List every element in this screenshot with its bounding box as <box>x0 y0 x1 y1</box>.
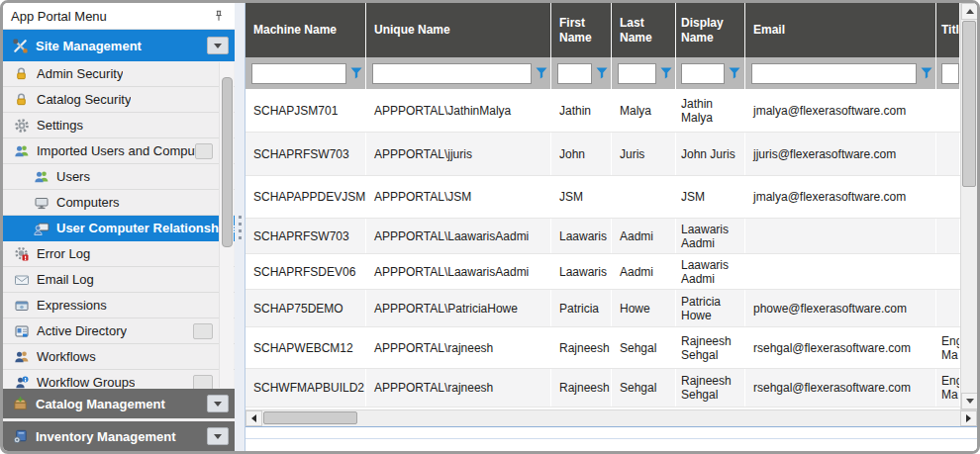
scroll-down-arrow[interactable] <box>220 374 235 388</box>
scroll-up-arrow[interactable] <box>220 62 235 76</box>
column-header-last-name[interactable]: Last Name <box>612 3 676 57</box>
group-label: Catalog Management <box>36 397 207 411</box>
cell-email: jjuris@flexerasoftware.com <box>745 133 936 175</box>
machine-name-filter-input[interactable] <box>251 63 346 84</box>
table-row[interactable]: SCHAP75DEMO APPPORTAL\PatriciaHowe Patri… <box>245 290 960 327</box>
cell-email <box>745 254 936 289</box>
column-header-display-name[interactable]: Display Name <box>676 3 745 57</box>
expression-icon <box>13 297 30 314</box>
cell-display-name: JSM <box>676 176 745 218</box>
active-directory-dropdown-button[interactable] <box>193 323 213 339</box>
id-card-icon <box>13 322 30 339</box>
sidebar-item-label: Workflows <box>37 349 96 364</box>
cell-email: jmalya@flexerasoftware.com <box>745 89 936 132</box>
sidebar-item-email-log[interactable]: Email Log <box>3 267 235 293</box>
sidebar-item-catalog-security[interactable]: Catalog Security <box>3 87 235 113</box>
unique-name-filter-input[interactable] <box>372 63 532 84</box>
cell-last-name: Malya <box>612 89 676 132</box>
table-row[interactable]: SCHAPJSM701 APPPORTAL\JathinMalya Jathin… <box>245 89 960 133</box>
cell-machine-name: SCHAPRFSW703 <box>245 219 366 253</box>
sidebar-item-label: Active Directory <box>37 323 127 338</box>
cell-display-name: Laawaris Aadmi <box>676 254 745 289</box>
filter-cell <box>936 57 960 89</box>
site-management-dropdown-button[interactable] <box>207 37 229 54</box>
user-computer-icon <box>33 220 49 236</box>
sidebar-item-label: Admin Security <box>37 66 123 81</box>
sidebar-splitter[interactable] <box>235 3 245 451</box>
sidebar-item-label: Workflow Groups <box>37 375 135 389</box>
column-header-email[interactable]: Email <box>745 3 936 57</box>
sidebar-item-computers[interactable]: Computers <box>3 190 235 216</box>
scroll-left-arrow[interactable] <box>245 410 262 426</box>
filter-cell <box>366 57 551 89</box>
cell-title: Eng Ma <box>936 327 960 368</box>
filter-funnel-icon[interactable] <box>349 67 362 80</box>
sidebar-item-workflow-groups[interactable]: Workflow Groups <box>3 370 235 389</box>
filter-funnel-icon[interactable] <box>659 67 672 80</box>
sidebar-group-inventory-management[interactable]: Inventory Management <box>3 421 235 451</box>
first-name-filter-input[interactable] <box>557 63 592 84</box>
cell-display-name: Patricia Howe <box>676 290 745 326</box>
cell-machine-name: SCHWFMAPBUILD2 <box>245 369 366 407</box>
catalog-management-dropdown-button[interactable] <box>207 395 229 412</box>
scrollbar-thumb[interactable] <box>222 77 233 247</box>
cell-title <box>936 133 960 175</box>
filter-funnel-icon[interactable] <box>728 67 740 80</box>
pin-icon[interactable] <box>210 8 227 25</box>
scrollbar-thumb[interactable] <box>962 21 976 187</box>
sidebar-item-settings[interactable]: Settings <box>3 113 235 138</box>
column-header-first-name[interactable]: First Name <box>551 3 612 57</box>
person-info-icon <box>13 374 30 389</box>
sidebar-item-active-directory[interactable]: Active Directory <box>3 318 235 344</box>
cell-email: jmalya@flexerasoftware.com <box>745 176 936 218</box>
group-label: Site Management <box>36 39 207 53</box>
table-row[interactable]: SCHAPWEBCM12 APPPORTAL\rajneesh Rajneesh… <box>245 327 960 369</box>
collapse-up-button[interactable] <box>195 143 213 159</box>
users-icon <box>13 142 30 159</box>
filter-cell <box>245 57 366 89</box>
table-row[interactable]: SCHAPRFSW703 APPPORTAL\jjuris John Juris… <box>245 133 960 176</box>
column-header-unique-name[interactable]: Unique Name <box>366 3 551 57</box>
people-icon <box>13 348 30 365</box>
sidebar-item-expressions[interactable]: Expressions <box>3 293 235 318</box>
horizontal-scrollbar[interactable] <box>245 409 977 426</box>
gear-icon <box>13 117 30 134</box>
email-filter-input[interactable] <box>751 63 917 84</box>
sidebar-item-imported-users-and-computers[interactable]: Imported Users and Computers <box>3 138 235 164</box>
table-row[interactable]: SCHWFMAPBUILD2 APPPORTAL\rajneesh Rajnee… <box>245 369 960 408</box>
last-name-filter-input[interactable] <box>618 63 656 84</box>
sidebar-item-workflows[interactable]: Workflows <box>3 344 235 370</box>
cell-title <box>936 89 960 132</box>
filter-funnel-icon[interactable] <box>535 67 547 80</box>
sidebar-group-site-management[interactable]: Site Management <box>3 30 235 61</box>
filter-funnel-icon[interactable] <box>920 67 932 80</box>
sidebar-item-label: Error Log <box>37 246 90 261</box>
title-filter-input[interactable] <box>941 63 959 84</box>
sidebar-item-user-computer-relationships[interactable]: User Computer Relationships <box>3 216 235 241</box>
workflow-groups-dropdown-button[interactable] <box>193 375 213 390</box>
inventory-management-dropdown-button[interactable] <box>207 427 229 445</box>
display-name-filter-input[interactable] <box>681 63 725 84</box>
sidebar-item-admin-security[interactable]: Admin Security <box>3 61 235 87</box>
sidebar-item-error-log[interactable]: Error Log <box>3 241 235 267</box>
sidebar-group-catalog-management[interactable]: Catalog Management <box>3 389 235 418</box>
cell-last-name: Howe <box>612 290 676 326</box>
sidebar-item-label: User Computer Relationships <box>56 221 235 235</box>
sidebar-scrollbar[interactable] <box>219 62 234 388</box>
table-row[interactable]: SCHAPAPPDEVJSM APPPORTAL\JSM JSM JSM jma… <box>245 176 960 219</box>
filter-funnel-icon[interactable] <box>595 67 608 80</box>
scroll-up-arrow[interactable] <box>961 3 978 20</box>
cell-first-name: Rajneesh <box>551 369 612 407</box>
column-header-title[interactable]: Title <box>936 3 960 57</box>
cell-email: phowe@flexerasoftware.com <box>745 290 936 326</box>
scrollbar-thumb[interactable] <box>263 411 357 424</box>
vertical-scrollbar[interactable] <box>960 3 977 409</box>
column-header-machine-name[interactable]: Machine Name <box>245 3 366 57</box>
cell-first-name: Patricia <box>551 290 612 326</box>
table-row[interactable]: SCHAPRFSW703 APPPORTAL\LaawarisAadmi Laa… <box>245 219 960 254</box>
scroll-down-arrow[interactable] <box>961 393 978 409</box>
cell-last-name: Aadmi <box>612 254 676 289</box>
sidebar-item-users[interactable]: Users <box>3 164 235 190</box>
scroll-right-arrow[interactable] <box>960 410 977 426</box>
table-row[interactable]: SCHAPRFSDEV06 APPPORTAL\LaawarisAadmi La… <box>245 254 960 290</box>
